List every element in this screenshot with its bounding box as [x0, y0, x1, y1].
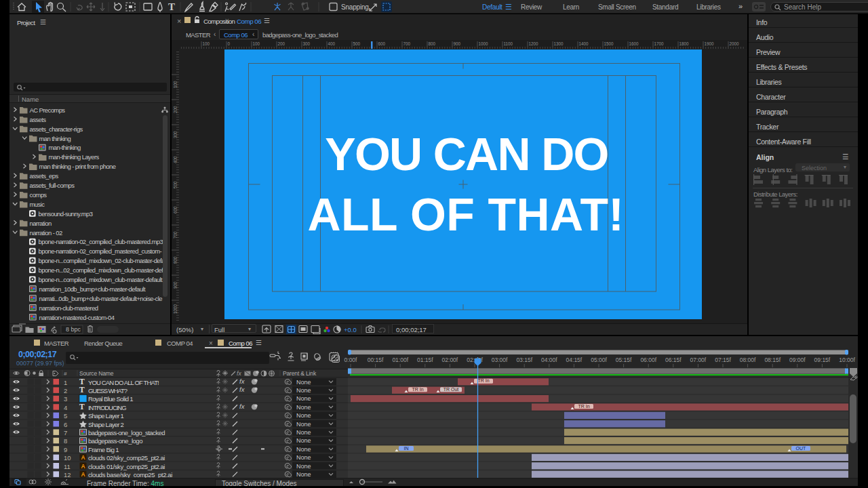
svg-text:500: 500 [353, 41, 361, 46]
svg-text:100: 100 [203, 41, 210, 46]
svg-text:01:15f: 01:15f [417, 357, 433, 363]
svg-text:1600: 1600 [629, 41, 639, 46]
svg-text:TR In: TR In [477, 378, 489, 383]
svg-text:8 bpc: 8 bpc [66, 326, 81, 333]
svg-text:07:00f: 07:00f [690, 357, 707, 363]
svg-text:600: 600 [173, 206, 178, 214]
svg-text:1700: 1700 [654, 41, 665, 46]
svg-text:1500: 1500 [604, 41, 614, 46]
svg-text:10:00f: 10:00f [839, 357, 855, 363]
svg-text:05:00f: 05:00f [591, 357, 607, 363]
svg-text:400: 400 [173, 156, 178, 163]
svg-text:01:00f: 01:00f [392, 357, 408, 363]
svg-text:1100: 1100 [504, 41, 513, 46]
svg-text:06:15f: 06:15f [665, 357, 682, 363]
svg-text:900: 900 [454, 41, 461, 46]
svg-text:1400: 1400 [579, 41, 589, 46]
svg-text:IN: IN [404, 446, 409, 451]
svg-text:900: 900 [173, 281, 178, 289]
svg-text:05:15f: 05:15f [616, 357, 632, 363]
svg-text:600: 600 [378, 41, 386, 46]
svg-text:100: 100 [253, 41, 260, 46]
svg-text:0: 0 [228, 41, 231, 46]
svg-text:06:00f: 06:00f [640, 357, 656, 363]
svg-text:03:15f: 03:15f [516, 357, 532, 363]
svg-text:08:15f: 08:15f [764, 357, 781, 363]
svg-text:+0.0: +0.0 [344, 326, 357, 333]
svg-text:800: 800 [429, 41, 436, 46]
svg-text:1900: 1900 [705, 41, 715, 46]
svg-text:300: 300 [173, 131, 178, 138]
svg-text:OUT: OUT [796, 446, 807, 451]
svg-text:0:00f: 0:00f [344, 357, 358, 363]
svg-text:1000: 1000 [479, 41, 489, 46]
svg-text:04:00f: 04:00f [541, 357, 557, 363]
svg-text:700: 700 [403, 41, 411, 46]
svg-text:400: 400 [328, 41, 336, 46]
svg-text:500: 500 [173, 181, 178, 188]
svg-text:1000: 1000 [173, 304, 178, 314]
svg-text:300: 300 [303, 41, 311, 46]
svg-text:TR In: TR In [578, 404, 589, 409]
svg-text:2000: 2000 [730, 41, 740, 46]
svg-text:TR In: TR In [412, 387, 423, 392]
svg-text:08:00f: 08:00f [740, 357, 756, 363]
svg-text:00:15f: 00:15f [368, 357, 384, 363]
svg-text:07:15f: 07:15f [715, 357, 731, 363]
svg-text:TR Out: TR Out [443, 387, 459, 392]
svg-text:1300: 1300 [554, 41, 564, 46]
svg-text:1800: 1800 [679, 41, 690, 46]
svg-text:09:00f: 09:00f [789, 357, 806, 363]
svg-text:1200: 1200 [529, 41, 539, 46]
svg-text:03:00f: 03:00f [492, 357, 508, 363]
svg-text:200: 200 [278, 41, 285, 46]
svg-text:700: 700 [173, 231, 178, 239]
svg-text:04:15f: 04:15f [566, 357, 583, 363]
svg-text:02:00f: 02:00f [442, 357, 458, 363]
svg-text:09:15f: 09:15f [814, 357, 831, 363]
svg-text:100: 100 [173, 81, 178, 88]
svg-text:200: 200 [173, 106, 178, 113]
svg-text:Snapping: Snapping [341, 3, 369, 11]
svg-text:800: 800 [173, 256, 178, 264]
